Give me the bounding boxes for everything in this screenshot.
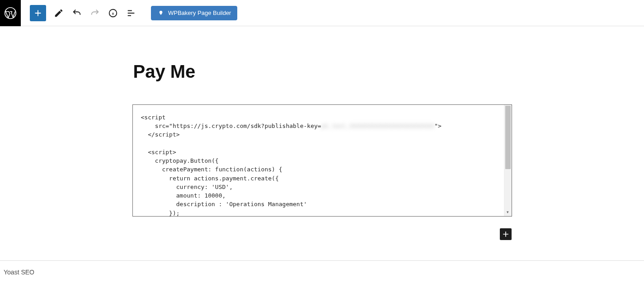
info-icon bbox=[108, 8, 118, 18]
add-block-button[interactable] bbox=[30, 5, 46, 21]
wordpress-logo[interactable] bbox=[0, 0, 21, 26]
add-block-inline-button[interactable] bbox=[500, 228, 512, 240]
chevron-down-icon[interactable]: ▾ bbox=[504, 209, 512, 215]
plus-icon bbox=[33, 8, 43, 18]
wpbakery-icon bbox=[157, 9, 165, 17]
page-title[interactable]: Pay Me bbox=[132, 61, 512, 82]
undo-button[interactable] bbox=[69, 5, 85, 21]
scrollbar-thumb[interactable] bbox=[505, 106, 511, 169]
outline-button[interactable] bbox=[123, 5, 139, 21]
code-content[interactable]: <script src="https://js.crypto.com/sdk?p… bbox=[133, 105, 504, 216]
plus-icon bbox=[501, 230, 510, 239]
yoast-seo-label: Yoast SEO bbox=[4, 269, 34, 276]
wordpress-icon bbox=[4, 7, 17, 19]
pencil-icon bbox=[54, 8, 64, 18]
code-scrollbar[interactable]: ▾ bbox=[504, 105, 512, 216]
edit-tool-button[interactable] bbox=[51, 5, 67, 21]
editor-topbar: WPBakery Page Builder bbox=[0, 0, 644, 26]
undo-icon bbox=[72, 8, 82, 18]
info-button[interactable] bbox=[105, 5, 121, 21]
redo-button[interactable] bbox=[87, 5, 103, 21]
wpbakery-label: WPBakery Page Builder bbox=[168, 9, 231, 16]
redo-icon bbox=[90, 8, 100, 18]
toolbar: WPBakery Page Builder bbox=[21, 5, 237, 21]
editor-canvas: Pay Me <script src="https://js.crypto.co… bbox=[132, 26, 512, 217]
footer-panel[interactable]: Yoast SEO bbox=[0, 260, 644, 283]
custom-html-block[interactable]: <script src="https://js.crypto.com/sdk?p… bbox=[132, 104, 512, 217]
list-icon bbox=[126, 8, 136, 18]
wpbakery-button[interactable]: WPBakery Page Builder bbox=[151, 6, 237, 20]
